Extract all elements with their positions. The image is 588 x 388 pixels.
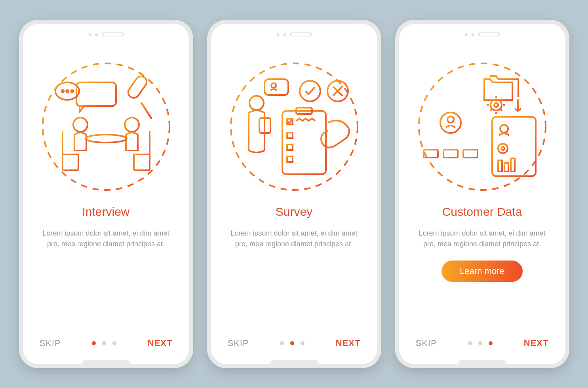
next-button[interactable]: NEXT (524, 338, 549, 348)
dot-2[interactable] (478, 341, 482, 345)
onboarding-title: Survey (276, 205, 312, 219)
skip-button[interactable]: SKIP (416, 338, 437, 348)
phone-notch (88, 32, 124, 36)
dot-3[interactable] (301, 341, 304, 345)
svg-rect-28 (287, 133, 293, 138)
customer-data-illustration-icon (415, 59, 550, 194)
onboarding-description: Lorem ipsum dolor sit amet, ei dim amet … (229, 228, 360, 249)
onboarding-screen-customer-data: Customer Data Lorem ipsum dolor sit amet… (399, 24, 565, 364)
svg-rect-46 (463, 150, 478, 158)
page-indicator (92, 341, 116, 345)
svg-point-17 (249, 96, 264, 110)
onboarding-footer: SKIP NEXT (40, 338, 173, 348)
dot-2[interactable] (102, 341, 106, 345)
learn-more-button[interactable]: Learn more (441, 261, 523, 282)
onboarding-footer: SKIP NEXT (416, 338, 549, 348)
svg-rect-9 (126, 74, 148, 100)
svg-point-8 (71, 90, 73, 92)
svg-point-35 (491, 99, 502, 110)
svg-point-12 (125, 118, 139, 132)
svg-line-10 (141, 102, 152, 119)
svg-rect-57 (511, 158, 515, 171)
onboarding-footer: SKIP NEXT (228, 338, 361, 348)
svg-point-7 (66, 90, 69, 92)
interview-illustration-icon (39, 59, 173, 194)
onboarding-screen-interview: Interview Lorem ipsum dolor sit amet, ei… (23, 24, 189, 364)
svg-rect-30 (287, 145, 293, 150)
svg-point-38 (447, 116, 454, 123)
svg-rect-32 (287, 156, 293, 162)
onboarding-description: Lorem ipsum dolor sit amet, ei dim amet … (41, 228, 171, 249)
svg-point-36 (494, 103, 498, 107)
onboarding-title: Customer Data (442, 205, 522, 219)
phone-frame-2: Survey Lorem ipsum dolor sit amet, ei di… (207, 20, 381, 368)
page-indicator (280, 341, 304, 345)
svg-point-23 (300, 81, 320, 101)
svg-point-6 (61, 90, 64, 92)
next-button[interactable]: NEXT (336, 338, 361, 348)
onboarding-description: Lorem ipsum dolor sit amet, ei dim amet … (417, 228, 548, 249)
dot-3[interactable] (112, 341, 116, 345)
home-indicator (270, 360, 318, 364)
skip-button[interactable]: SKIP (40, 338, 61, 348)
svg-rect-45 (443, 150, 458, 158)
svg-point-11 (73, 118, 88, 132)
svg-point-16 (231, 63, 358, 190)
svg-point-52 (501, 147, 504, 150)
svg-rect-21 (265, 79, 288, 95)
svg-point-51 (498, 144, 508, 153)
survey-illustration-icon (227, 59, 362, 194)
dot-1[interactable] (280, 341, 284, 345)
phone-notch (276, 32, 312, 36)
page-indicator (468, 341, 493, 345)
next-button[interactable]: NEXT (148, 338, 173, 348)
phone-frame-1: Interview Lorem ipsum dolor sit amet, ei… (19, 20, 193, 368)
phone-frame-3: Customer Data Lorem ipsum dolor sit amet… (395, 20, 569, 368)
dot-1[interactable] (468, 341, 472, 345)
svg-rect-56 (504, 163, 508, 171)
dot-2[interactable] (290, 341, 294, 345)
onboarding-title: Interview (82, 205, 129, 219)
dot-3[interactable] (489, 341, 493, 345)
dot-1[interactable] (92, 341, 96, 345)
home-indicator (459, 360, 506, 364)
onboarding-screen-survey: Survey Lorem ipsum dolor sit amet, ei di… (211, 24, 377, 364)
home-indicator (82, 360, 130, 364)
svg-rect-55 (498, 160, 502, 171)
svg-point-48 (500, 125, 508, 133)
svg-point-13 (86, 135, 127, 143)
svg-point-22 (271, 83, 276, 88)
skip-button[interactable]: SKIP (228, 338, 249, 348)
phone-notch (464, 32, 500, 36)
